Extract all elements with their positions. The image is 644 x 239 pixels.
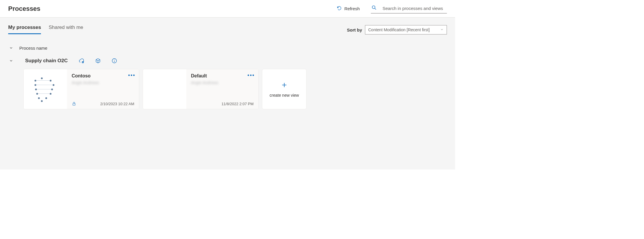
create-new-view-button[interactable]: ＋ create new view (262, 69, 306, 109)
lock-icon (72, 101, 76, 106)
view-timestamp: 2/10/2023 10:22 AM (100, 102, 134, 106)
view-owner: Angie Andrews (191, 80, 254, 85)
view-card-contoso[interactable]: ••• Contoso Angie Andrews 2/10/2023 10:2… (23, 69, 139, 109)
search-input[interactable] (382, 6, 446, 11)
tab-my-processes[interactable]: My processes (8, 25, 41, 34)
sortby-select[interactable]: Content Modification [Recent first] (365, 25, 447, 34)
package-icon[interactable] (95, 58, 101, 64)
refresh-label: Refresh (344, 6, 360, 11)
svg-line-1 (375, 8, 376, 10)
info-icon[interactable] (111, 58, 117, 64)
view-thumbnail (143, 69, 186, 109)
search-box[interactable] (371, 4, 447, 13)
view-card-default[interactable]: ••• Default Angie Andrews 11/8/2022 2:07… (143, 69, 259, 109)
search-icon (371, 5, 377, 11)
process-name-column-header: Process name (19, 46, 47, 51)
collapse-process-supply-chain[interactable] (8, 58, 14, 64)
chevron-down-icon (440, 27, 444, 32)
svg-point-5 (114, 60, 115, 60)
page-title: Processes (8, 5, 40, 13)
refresh-icon (337, 6, 342, 12)
view-more-menu[interactable]: ••• (128, 73, 135, 78)
view-title: Default (191, 73, 254, 79)
view-thumbnail (24, 69, 67, 109)
svg-rect-6 (73, 103, 75, 105)
tab-shared-with-me[interactable]: Shared with me (49, 25, 83, 34)
sortby-label: Sort by (347, 27, 362, 32)
plus-icon: ＋ (280, 81, 288, 89)
view-more-menu[interactable]: ••• (247, 73, 255, 78)
sortby-selected-value: Content Modification [Recent first] (368, 27, 430, 32)
refresh-button[interactable]: Refresh (334, 4, 363, 13)
collapse-process-name[interactable] (8, 45, 14, 51)
create-new-view-label: create new view (270, 93, 299, 98)
view-title: Contoso (72, 73, 134, 79)
view-owner: Angie Andrews (72, 80, 134, 85)
cloud-upload-icon[interactable] (79, 58, 85, 64)
process-name-supply-chain[interactable]: Supply chain O2C (25, 58, 68, 64)
view-timestamp: 11/8/2022 2:07 PM (221, 102, 254, 106)
svg-point-0 (372, 6, 375, 9)
